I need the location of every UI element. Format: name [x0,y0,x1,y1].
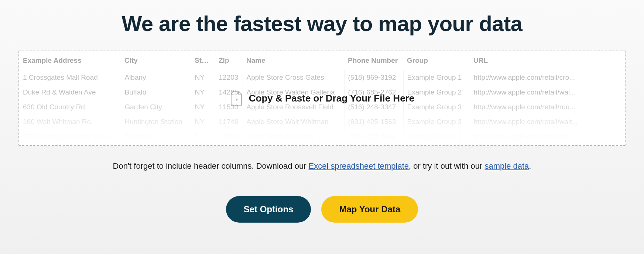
table-cell: Example Group 3 [403,114,470,129]
table-cell: Huntington Station [121,114,191,129]
table-cell: Apple Store Walt Whitman [243,114,344,129]
file-drop-zone[interactable]: Example Address City State Zip Name Phon… [18,51,626,146]
table-cell: http://www.apple.com/retail/roo... [470,100,625,114]
helper-suffix: . [529,161,531,171]
table-cell: NY [191,129,215,144]
helper-text: Don't forget to include header columns. … [18,161,626,171]
table-cell: Apple Store Roosevelt Field [243,100,344,114]
table-cell: Example Group 3 [403,100,470,114]
table-cell: 160 Walt Whitman Rd. [19,114,121,129]
table-cell: 10314 [215,144,243,146]
sample-data-link[interactable]: sample data [484,161,529,171]
table-header-row: Example Address City State Zip Name Phon… [19,51,625,70]
table-cell: 12203 [215,70,243,85]
table-cell: NY [191,114,215,129]
table-row: 2655 Richmond AveStaten IslandNY10314App… [19,144,625,146]
table-cell: http://www.apple.com/retail/sta... [470,144,625,146]
table-cell: (631) 425-1563 [344,114,403,129]
button-row: Set Options Map Your Data [18,196,626,223]
excel-template-link[interactable]: Excel spreadsheet template [309,161,409,171]
table-cell: Albany [121,70,191,85]
table-cell: Garden City [121,100,191,114]
helper-middle: , or try it out with our [409,161,484,171]
helper-prefix: Don't forget to include header columns. … [113,161,309,171]
table-cell: Duke Rd & Walden Ave [19,85,121,100]
table-cell: Syracuse [121,129,191,144]
table-cell: 11530 [215,100,243,114]
table-cell: (716) 685-2762 [344,85,403,100]
table-cell: 13290 [215,129,243,144]
table-cell: http://www.apple.com/retail/car... [470,129,625,144]
table-cell: (516) 248-3347 [344,100,403,114]
table-cell: NY [191,85,215,100]
example-table-wrap: Example Address City State Zip Name Phon… [19,51,625,145]
table-header: Phone Number [344,51,403,70]
table-cell: (718) 477-4180 [344,144,403,146]
table-cell: NY [191,70,215,85]
table-cell: Staten Island [121,144,191,146]
example-table: Example Address City State Zip Name Phon… [19,51,625,146]
table-cell: Apple Store Carousel [243,129,344,144]
table-cell: 9553 Carousel Center Drive [19,129,121,144]
table-cell: 11746 [215,114,243,129]
table-cell: (518) 869-3192 [344,70,403,85]
table-header: Example Address [19,51,121,70]
page-headline: We are the fastest way to map your data [18,11,626,36]
table-header: City [121,51,191,70]
table-cell: Apple Store Cross Gates [243,70,344,85]
table-row: 1 Crossgates Mall RoadAlbanyNY12203Apple… [19,70,625,85]
table-cell: (315) 422-8484 [344,129,403,144]
table-header: Group [403,51,470,70]
table-row: 160 Walt Whitman Rd.Huntington StationNY… [19,114,625,129]
table-header: URL [470,51,625,70]
table-cell: Example Group 1 [403,144,470,146]
table-cell: Example Group 2 [403,85,470,100]
table-cell: Apple Store Staten Island [243,144,344,146]
table-cell: Buffalo [121,85,191,100]
map-your-data-button[interactable]: Map Your Data [321,196,418,223]
table-row: 630 Old Country Rd.Garden CityNY11530App… [19,100,625,114]
table-cell: Apple Store Walden Galleria [243,85,344,100]
table-cell: 2655 Richmond Ave [19,144,121,146]
table-header: Zip [215,51,243,70]
set-options-button[interactable]: Set Options [226,196,311,223]
table-cell: http://www.apple.com/retail/wal... [470,85,625,100]
table-header: State [191,51,215,70]
table-cell: 1 Crossgates Mall Road [19,70,121,85]
table-row: 9553 Carousel Center DriveSyracuseNY1329… [19,129,625,144]
table-cell: Example Group 2 [403,129,470,144]
table-cell: NY [191,144,215,146]
table-cell: 14225 [215,85,243,100]
table-cell: NY [191,100,215,114]
table-cell: http://www.apple.com/retail/cro... [470,70,625,85]
table-cell: 630 Old Country Rd. [19,100,121,114]
table-cell: Example Group 1 [403,70,470,85]
table-cell: http://www.apple.com/retail/walt... [470,114,625,129]
table-row: Duke Rd & Walden AveBuffaloNY14225Apple … [19,85,625,100]
table-header: Name [243,51,344,70]
